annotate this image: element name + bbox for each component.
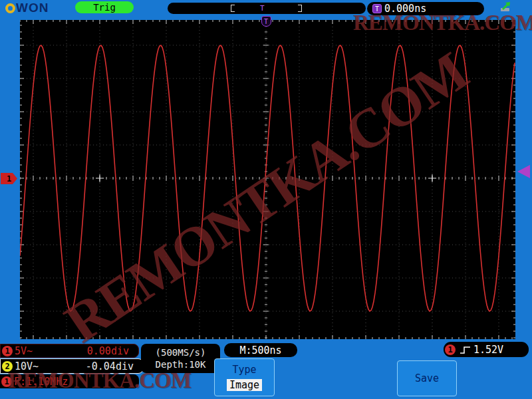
ch1-scale: 5V~ bbox=[15, 345, 33, 357]
owon-logo-ring-icon bbox=[5, 3, 15, 13]
trigger-status-label: Trig bbox=[93, 2, 116, 13]
rising-edge-icon bbox=[460, 345, 471, 354]
frequency-value: F:1.10MHz bbox=[14, 376, 68, 388]
acquisition-info-box: (500MS/s) Depth:10K bbox=[141, 344, 220, 373]
ch1-position-marker: 1 bbox=[1, 173, 17, 184]
trigger-source-badge: 1 bbox=[445, 344, 456, 355]
channel2-info-row[interactable]: 2 10V~ -0.04div bbox=[0, 358, 144, 374]
save-button[interactable]: Save bbox=[397, 360, 457, 396]
trigger-time-pill: T 0.000ns bbox=[367, 2, 484, 15]
ch2-scale: 10V~ bbox=[15, 360, 39, 372]
sample-rate: (500MS/s) bbox=[156, 347, 206, 358]
type-button[interactable]: Type Image bbox=[214, 358, 275, 396]
timebase-value: M:500ns bbox=[239, 344, 281, 356]
trigger-info-pill: 1 1.52V bbox=[444, 342, 529, 357]
window-bracket-left-icon bbox=[231, 5, 235, 12]
timebase-pill: M:500ns bbox=[224, 343, 297, 357]
type-selected-value: Image bbox=[227, 379, 262, 391]
memory-trigger-marker: T bbox=[260, 4, 265, 13]
trigger-t-icon: T bbox=[372, 4, 382, 13]
owon-logo: WON bbox=[5, 1, 49, 15]
owon-logo-text: WON bbox=[16, 1, 49, 15]
ch2-offset: -0.04div bbox=[86, 360, 134, 372]
trigger-time-value: 0.000ns bbox=[384, 3, 426, 15]
frequency-counter-row: 1 F:1.10MHz bbox=[0, 374, 139, 388]
trigger-level-arrow-icon bbox=[517, 165, 530, 178]
save-label: Save bbox=[415, 372, 439, 384]
usb-storage-icon bbox=[498, 1, 513, 13]
trigger-level-value: 1.52V bbox=[473, 344, 503, 356]
waveform-trace bbox=[20, 20, 515, 339]
trigger-status-pill: Trig bbox=[75, 1, 134, 13]
trigger-position-marker: T bbox=[261, 16, 271, 27]
channel1-info-row[interactable]: 1 5V~ 0.00div bbox=[0, 344, 139, 358]
ch2-badge: 2 bbox=[2, 361, 13, 372]
ch1-badge: 1 bbox=[2, 346, 13, 356]
type-label: Type bbox=[232, 364, 256, 376]
memory-window-bar: T bbox=[168, 3, 366, 14]
ch1-offset: 0.00div bbox=[87, 345, 129, 357]
freq-source-badge: 1 bbox=[1, 376, 12, 387]
waveform-display: T bbox=[20, 20, 515, 339]
record-depth: Depth:10K bbox=[156, 359, 206, 370]
oscilloscope-screen: WON Trig T T 0.000ns T 1 REMONTKA.COM RE… bbox=[0, 0, 532, 399]
window-bracket-right-icon bbox=[298, 5, 302, 12]
